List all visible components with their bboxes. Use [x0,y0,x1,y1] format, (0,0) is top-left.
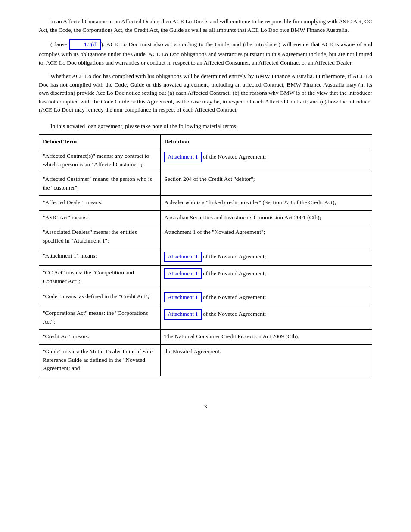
term-cell: "Attachment 1" means: [39,249,161,266]
definition-cell: Attachment 1 of the "Novated Agreement"; [161,225,372,249]
para2-before: (clause [50,41,69,47]
term-cell: "Associated Dealers" means: the entities… [39,225,161,249]
table-row: "Credit Act" means: The National Consume… [39,330,372,345]
term-cell: "Affected Dealer" means: [39,196,161,211]
definition-cell: Attachment 1 of the Novated Agreement; [161,149,372,172]
attachment-link[interactable]: Attachment 1 [164,152,201,162]
page-number: 3 [39,402,372,411]
definition-text: of the Novated Agreement; [202,153,266,160]
table-row: "Affected Customer" means: the person wh… [39,172,372,196]
table-row: "Associated Dealers" means: the entities… [39,225,372,249]
term-cell: "ASIC Act" means: [39,210,161,225]
table-row: "CC Act" means: the "Competition and Con… [39,266,372,289]
table-row: "Guide" means: the Motor Dealer Point of… [39,345,372,376]
definition-text: of the Novated Agreement; [202,311,266,317]
table-row: "Code" means: as defined in the "Credit … [39,289,372,306]
attachment-link[interactable]: Attachment 1 [164,309,201,320]
term-cell: "Affected Customer" means: the person wh… [39,172,161,196]
paragraph-3: Whether ACE Lo doc has complied with his… [39,72,372,114]
term-cell: "Credit Act" means: [39,330,161,345]
defined-terms-table: Defined Term Definition "Affected Contra… [39,134,372,376]
paragraph-2: (clause 1.2(d)): ACE Lo Doc must also ac… [39,39,372,67]
definition-cell: Attachment 1 of the Novated Agreement; [161,266,372,289]
attachment-link[interactable]: Attachment 1 [164,292,201,303]
table-row: "Corporations Act" means: the "Corporati… [39,306,372,330]
definition-cell: Attachment 1 of the Novated Agreement; [161,289,372,306]
definition-text: of the Novated Agreement; [202,270,266,277]
term-cell: "Code" means: as defined in the "Credit … [39,289,161,306]
definition-cell: Australian Securities and Investments Co… [161,210,372,225]
definition-cell: A dealer who is a "linked credit provide… [161,196,372,211]
table-row: "Attachment 1" means: Attachment 1 of th… [39,249,372,266]
term-cell: "CC Act" means: the "Competition and Con… [39,266,161,289]
definition-cell: The National Consumer Credit Protection … [161,330,372,345]
clause-link[interactable]: 1.2(d) [69,39,101,50]
table-row: "ASIC Act" means: Australian Securities … [39,210,372,225]
table-row: "Affected Contract(s)" means: any contra… [39,149,372,172]
table-row: "Affected Dealer" means: A dealer who is… [39,196,372,211]
table-header-definition: Definition [161,135,372,149]
definition-cell: Attachment 1 of the Novated Agreement; [161,306,372,330]
paragraph-1: to an Affected Consume or an Affected De… [39,17,372,34]
definition-text: of the Novated Agreement; [202,294,266,300]
definition-cell: Attachment 1 of the Novated Agreement; [161,249,372,266]
term-cell: "Corporations Act" means: the "Corporati… [39,306,161,330]
table-header-term: Defined Term [39,135,161,149]
attachment-link[interactable]: Attachment 1 [164,268,201,279]
term-cell: "Affected Contract(s)" means: any contra… [39,149,161,172]
attachment-link[interactable]: Attachment 1 [164,252,201,262]
definition-cell: Section 204 of the Credit Act "debtor"; [161,172,372,196]
definition-text: of the Novated Agreement; [202,253,266,260]
term-cell: "Guide" means: the Motor Dealer Point of… [39,345,161,376]
table-intro: In this novated loan agreement, please t… [39,122,372,131]
definition-cell: the Novated Agreement. [161,345,372,376]
